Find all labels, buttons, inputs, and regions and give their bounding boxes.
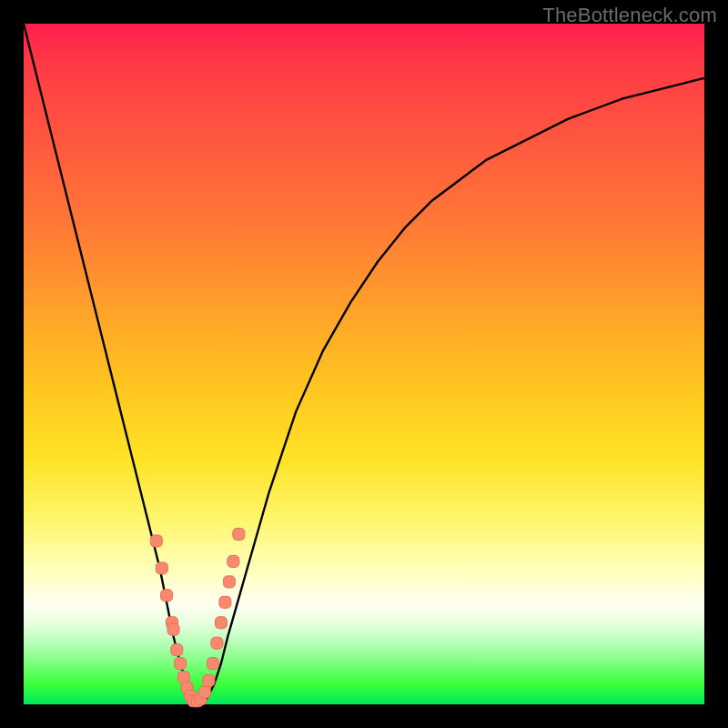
curve-marker xyxy=(171,644,183,656)
watermark-text: TheBottleneck.com xyxy=(542,4,717,27)
curve-marker xyxy=(161,590,173,602)
curve-marker xyxy=(223,576,235,588)
curve-marker xyxy=(211,637,223,649)
curve-marker xyxy=(175,658,187,670)
curve-marker xyxy=(207,658,218,670)
curve-marker xyxy=(156,562,167,574)
plot-area xyxy=(24,24,704,704)
curve-marker xyxy=(203,674,215,686)
curve-markers xyxy=(150,529,245,707)
curve-marker xyxy=(198,686,210,698)
curve-marker xyxy=(167,623,179,635)
curve-marker xyxy=(228,555,239,567)
curve-marker xyxy=(150,535,162,547)
bottleneck-curve xyxy=(24,24,704,704)
curve-marker xyxy=(233,529,245,541)
chart-frame: TheBottleneck.com xyxy=(0,0,728,728)
curve-marker xyxy=(219,596,231,608)
curve-line xyxy=(24,24,704,704)
curve-marker xyxy=(215,617,227,629)
